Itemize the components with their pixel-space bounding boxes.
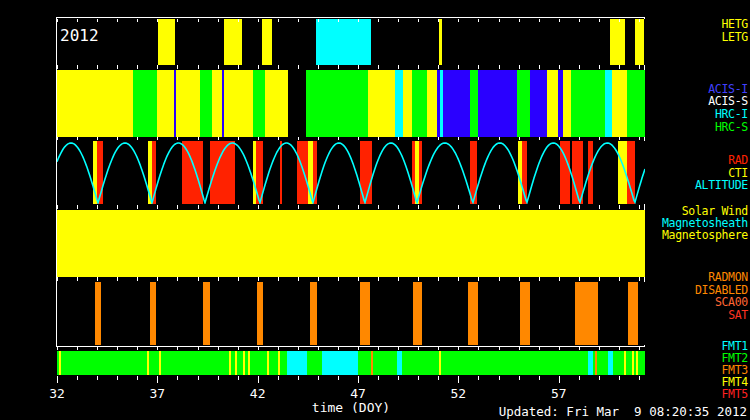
timeline-segment-yellow (267, 351, 269, 375)
day-tick (519, 65, 520, 69)
major-tick (358, 376, 359, 383)
timeline-segment-yellow (212, 70, 222, 137)
day-tick (619, 65, 620, 69)
day-tick (318, 137, 319, 140)
day-tick (298, 137, 299, 140)
day-tick (218, 205, 219, 209)
day-tick (198, 205, 199, 209)
x-axis-ticks (57, 376, 645, 384)
timeline-segment-yellow (248, 351, 250, 375)
major-tick (57, 376, 58, 383)
day-tick (358, 19, 359, 22)
timeline-segment-yellow (159, 351, 161, 375)
timeline-segment-yellow (563, 70, 571, 137)
day-tick (258, 277, 259, 281)
day-tick (137, 137, 138, 140)
legend-label-hetg: HETG (722, 17, 749, 31)
day-tick (298, 205, 299, 209)
day-tick (519, 277, 520, 281)
day-tick (539, 205, 540, 209)
day-tick (418, 19, 419, 22)
day-tick (639, 277, 640, 281)
timeline-segment-yellow (229, 351, 231, 375)
day-tick (97, 19, 98, 22)
day-tick (77, 137, 78, 140)
timeline-segment-yellow (427, 70, 437, 137)
timeline-segment-cyan (608, 351, 613, 375)
day-tick (438, 65, 439, 69)
day-tick (198, 19, 199, 22)
day-tick (238, 205, 239, 209)
day-tick (458, 137, 459, 140)
day-tick (499, 137, 500, 140)
day-tick (418, 347, 419, 350)
day-tick (157, 137, 158, 140)
minor-tick (137, 376, 138, 380)
timeline-segment-green (253, 70, 265, 137)
day-tick (298, 65, 299, 69)
timeline-segment-cyan (287, 351, 307, 375)
timeline-segment-green (571, 70, 605, 137)
timeline-segment-orange (468, 282, 478, 345)
day-tick (639, 19, 640, 22)
timeline-segment-yellow (224, 70, 253, 137)
band-day-ticks (57, 205, 645, 209)
minor-tick (418, 376, 419, 380)
day-tick (519, 19, 520, 22)
day-tick (599, 19, 600, 22)
day-tick (599, 205, 600, 209)
day-tick (117, 137, 118, 140)
legend-label-hrc-i: HRC-I (715, 107, 748, 121)
day-tick (218, 347, 219, 350)
day-tick (418, 205, 419, 209)
day-tick (458, 205, 459, 209)
day-tick (117, 65, 118, 69)
day-tick (157, 277, 158, 281)
day-tick (559, 277, 560, 281)
day-tick (539, 137, 540, 140)
day-tick (599, 65, 600, 69)
timeline-segment-orange (371, 351, 373, 375)
day-tick (599, 347, 600, 350)
day-tick (278, 205, 279, 209)
day-tick (77, 277, 78, 281)
timeline-segment-orange (203, 282, 210, 345)
day-tick (57, 137, 58, 140)
day-tick (619, 137, 620, 140)
timeline-segment-yellow (624, 351, 626, 375)
band-grating (57, 19, 645, 65)
day-tick (499, 19, 500, 22)
timeline-segment-green (306, 70, 368, 137)
timeline-segment-orange (360, 282, 370, 345)
timeline-segment-cyan (588, 351, 593, 375)
day-tick (177, 137, 178, 140)
major-tick (157, 376, 158, 383)
legend-label-sat: SAT (728, 308, 748, 322)
timeline-segment-yellow (262, 19, 272, 65)
day-tick (478, 19, 479, 22)
x-axis-title: time (DOY) (281, 400, 421, 415)
timeline-segment-orange (628, 282, 638, 345)
day-tick (57, 19, 58, 22)
day-tick (157, 65, 158, 69)
day-tick (278, 277, 279, 281)
day-tick (218, 137, 219, 140)
day-tick (458, 347, 459, 350)
day-tick (458, 277, 459, 281)
timeline-segment-orange (257, 282, 263, 345)
day-tick (97, 277, 98, 281)
day-tick (499, 347, 500, 350)
day-tick (97, 137, 98, 140)
day-tick (438, 19, 439, 22)
day-tick (358, 205, 359, 209)
band-day-ticks (57, 137, 645, 140)
major-tick (458, 376, 459, 383)
timeline-segment-blue (478, 70, 517, 137)
timeline-segment-yellow (176, 70, 200, 137)
day-tick (579, 137, 580, 140)
day-tick (177, 205, 178, 209)
timeline-segment-cyan (395, 70, 403, 137)
day-tick (398, 347, 399, 350)
day-tick (258, 65, 259, 69)
timeline-segment-yellow (59, 351, 61, 375)
